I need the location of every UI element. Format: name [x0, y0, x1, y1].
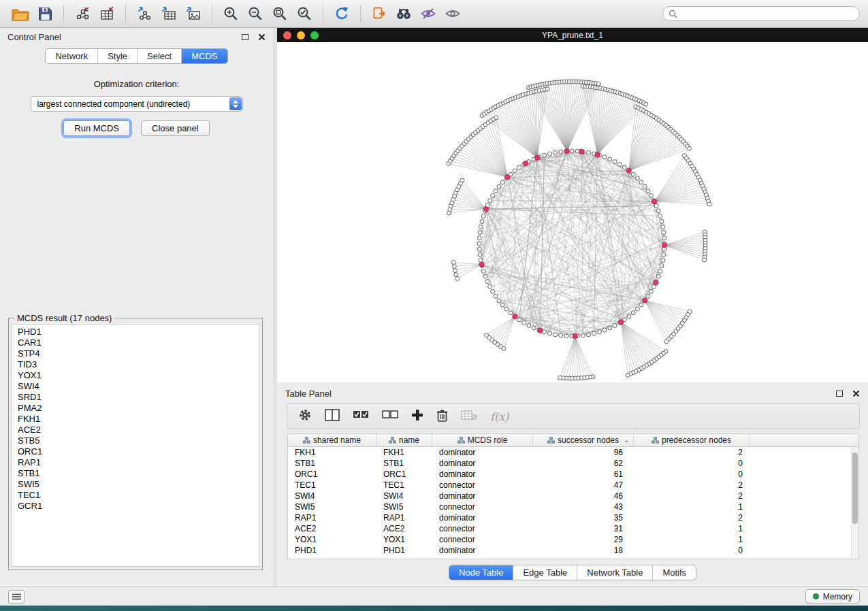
network-hub-node[interactable] [573, 333, 577, 338]
network-node[interactable] [661, 225, 665, 229]
network-node[interactable] [608, 157, 612, 161]
network-node[interactable] [497, 184, 501, 188]
table-cell[interactable]: 2 [634, 447, 750, 458]
table-cell[interactable]: 2 [634, 491, 750, 501]
table-cell[interactable]: dominator [432, 491, 533, 501]
table-cell[interactable]: SWI5 [376, 501, 432, 512]
network-leaf-node[interactable] [596, 82, 600, 86]
network-node[interactable] [491, 289, 495, 293]
table-row[interactable]: ACE2ACE2connector311 [288, 523, 858, 534]
network-node[interactable] [635, 176, 639, 180]
tab-motifs[interactable]: Motifs [653, 565, 696, 580]
network-node[interactable] [479, 259, 483, 263]
table-cell[interactable]: TEC1 [376, 480, 432, 491]
table-row[interactable]: PHD1PHD1dominator180 [288, 545, 858, 556]
table-row[interactable]: SWI4SWI4dominator462 [288, 491, 858, 501]
tab-mcds[interactable]: MCDS [182, 49, 227, 63]
table-cell[interactable]: connector [432, 480, 533, 491]
table-cell[interactable]: 29 [533, 534, 634, 545]
network-node[interactable] [649, 289, 653, 293]
create-column-plus-icon[interactable] [411, 409, 423, 424]
network-node[interactable] [478, 252, 482, 257]
mcds-result-list[interactable]: PHD1CAR1STP4TID3YOX1SWI4SRD1PMA2FKH1ACE2… [12, 324, 259, 567]
apply-layout-icon[interactable] [329, 3, 354, 24]
table-cell[interactable]: 96 [533, 447, 634, 458]
table-cell[interactable]: 46 [533, 491, 634, 501]
network-node[interactable] [483, 274, 487, 278]
network-node[interactable] [639, 303, 643, 307]
network-node[interactable] [517, 165, 521, 169]
network-hub-node[interactable] [662, 243, 666, 248]
table-cell[interactable]: YOX1 [288, 534, 376, 545]
network-hub-node[interactable] [505, 175, 510, 180]
table-row[interactable]: STB1STB1dominator620 [288, 458, 858, 469]
mcds-result-item[interactable]: SRD1 [12, 392, 259, 403]
table-row[interactable]: RAP1RAP1dominator352 [288, 512, 858, 523]
import-network-icon[interactable] [70, 3, 95, 24]
network-node[interactable] [522, 320, 526, 325]
network-node[interactable] [602, 155, 607, 159]
network-hub-node[interactable] [564, 149, 569, 154]
column-header-mcds-role[interactable]: MCDS role [432, 434, 533, 446]
table-cell[interactable]: 1 [634, 523, 750, 534]
run-mcds-button[interactable]: Run MCDS [63, 120, 130, 136]
delete-column-trash-icon[interactable] [436, 409, 448, 425]
network-node[interactable] [570, 149, 574, 153]
network-hub-node[interactable] [595, 152, 600, 157]
network-node[interactable] [661, 259, 665, 263]
network-node[interactable] [660, 220, 664, 224]
column-header-shared-name[interactable]: shared name [288, 434, 376, 446]
table-scrollbar-thumb[interactable] [852, 452, 858, 524]
network-node[interactable] [627, 314, 631, 318]
table-cell[interactable]: connector [432, 501, 533, 512]
table-cell[interactable]: 31 [533, 523, 634, 534]
table-cell[interactable]: 2 [634, 480, 750, 491]
table-cell[interactable]: 61 [533, 469, 634, 480]
network-hub-node[interactable] [538, 328, 543, 333]
tab-node-table[interactable]: Node Table [449, 565, 514, 580]
table-cell[interactable]: 47 [533, 480, 634, 491]
network-hub-node[interactable] [479, 262, 484, 267]
tab-edge-table[interactable]: Edge Table [513, 565, 577, 580]
network-leaf-node[interactable] [452, 265, 456, 269]
table-cell[interactable]: SWI5 [288, 501, 376, 512]
network-node[interactable] [500, 303, 504, 307]
table-cell[interactable]: YOX1 [376, 534, 432, 545]
network-node[interactable] [564, 334, 568, 338]
tab-network[interactable]: Network [46, 49, 98, 63]
mcds-result-item[interactable]: FKH1 [12, 414, 259, 425]
table-cell[interactable]: dominator [432, 469, 533, 480]
table-cell[interactable]: FKH1 [288, 447, 376, 458]
search-input[interactable] [681, 9, 854, 18]
network-node[interactable] [587, 150, 591, 154]
open-folder-icon[interactable] [8, 3, 33, 24]
network-node[interactable] [581, 333, 585, 337]
network-node[interactable] [613, 160, 617, 164]
network-node[interactable] [480, 220, 484, 224]
network-node[interactable] [488, 284, 492, 288]
table-cell[interactable]: connector [432, 523, 533, 534]
table-settings-gear-icon[interactable] [298, 408, 312, 425]
network-node[interactable] [488, 199, 492, 203]
table-cell[interactable]: SWI4 [376, 491, 432, 501]
network-node[interactable] [497, 299, 501, 303]
network-node[interactable] [660, 264, 664, 268]
network-leaf-node[interactable] [558, 376, 562, 380]
network-node[interactable] [479, 225, 483, 229]
mcds-result-item[interactable]: TID3 [12, 359, 259, 370]
table-cell[interactable]: RAP1 [376, 512, 432, 523]
mcds-result-item[interactable]: CAR1 [12, 337, 259, 348]
table-cell[interactable]: TEC1 [288, 480, 376, 491]
close-panel-button[interactable]: Close panel [141, 120, 210, 136]
network-node[interactable] [548, 152, 552, 156]
sort-descending-icon[interactable]: ⌄ [624, 435, 630, 444]
network-node[interactable] [548, 331, 552, 335]
network-node[interactable] [500, 180, 504, 184]
network-graph[interactable] [277, 42, 868, 382]
network-hub-node[interactable] [513, 314, 517, 319]
mcds-result-item[interactable]: PMA2 [12, 403, 259, 414]
mcds-result-item[interactable]: GCR1 [12, 501, 259, 512]
network-node[interactable] [481, 269, 485, 274]
network-node[interactable] [608, 326, 612, 330]
mcds-result-item[interactable]: TEC1 [12, 490, 259, 501]
